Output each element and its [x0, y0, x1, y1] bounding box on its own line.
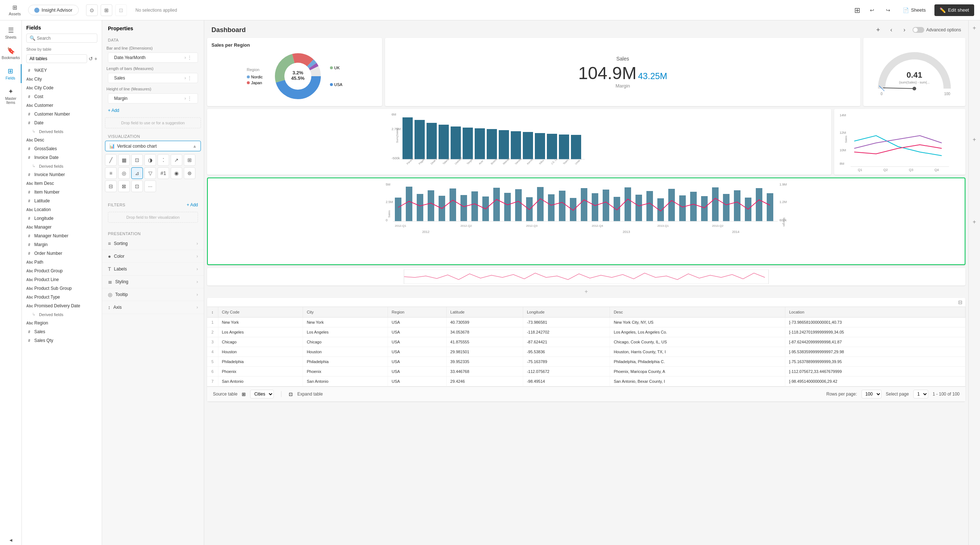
sidebar-item-master-items[interactable]: ✦ Master Items	[0, 84, 22, 108]
add-field-icon[interactable]: +	[94, 56, 97, 62]
field-item[interactable]: Abc Customer	[22, 101, 102, 110]
field-item[interactable]: # Cost	[22, 92, 102, 101]
lasso-tool-btn[interactable]: ⊞	[100, 5, 112, 16]
field-item[interactable]: # Invoice Number	[22, 170, 102, 179]
col-longitude[interactable]: Longitude	[523, 307, 610, 318]
field-item[interactable]: Abc Region	[22, 319, 102, 327]
viz-more1-btn[interactable]: ↗	[170, 154, 182, 166]
menu-icon[interactable]: ⋮	[188, 75, 192, 81]
field-item[interactable]: Abc Product Line	[22, 275, 102, 284]
derived-fields-item[interactable]: ↳ Derived fields	[22, 162, 102, 170]
sidebar-item-sheets[interactable]: ☰ Sheets	[0, 23, 22, 42]
field-item[interactable]: Abc Location	[22, 205, 102, 214]
field-item[interactable]: # Item Number	[22, 188, 102, 197]
length-bars-row[interactable]: Sales › ⋮	[108, 73, 198, 83]
field-item[interactable]: Abc City Code	[22, 84, 102, 92]
viz-treemap-btn[interactable]: ⊡	[131, 154, 143, 166]
next-sheet-btn[interactable]: ›	[899, 25, 910, 35]
sidebar-collapse-btn[interactable]: ◀	[0, 535, 22, 545]
menu-icon[interactable]: ⋮	[188, 55, 192, 60]
viz-more2-btn[interactable]: ···	[145, 180, 156, 192]
col-city-code[interactable]: City Code	[218, 307, 303, 318]
col-region[interactable]: Region	[388, 307, 447, 318]
field-item[interactable]: # Margin	[22, 240, 102, 249]
viz-waterfall-btn[interactable]: ⊡	[131, 180, 143, 192]
edit-sheet-btn[interactable]: ✏️ Edit sheet	[934, 5, 974, 16]
toggle-switch[interactable]	[913, 27, 924, 33]
rows-per-page-select[interactable]: 100	[862, 390, 881, 399]
right-add-btn[interactable]: +	[973, 25, 976, 31]
field-item[interactable]: # Longitude	[22, 214, 102, 223]
search-box[interactable]: 🔍	[26, 33, 97, 43]
col-city[interactable]: City	[303, 307, 388, 318]
pres-tooltip-item[interactable]: ◎ Tooltip ›	[102, 288, 204, 301]
viz-pivot-btn[interactable]: ⊞	[184, 154, 196, 166]
height-line-row[interactable]: Margin › ⋮	[108, 93, 198, 103]
undo-btn[interactable]: ↩	[866, 5, 878, 16]
select-page-select[interactable]: 1	[913, 390, 928, 399]
search-input[interactable]	[37, 36, 94, 41]
selection-tool-btn[interactable]: ⊙	[86, 5, 98, 16]
field-item[interactable]: Abc Desc	[22, 136, 102, 145]
viz-map-btn[interactable]: ⊠	[118, 180, 130, 192]
add-sheet-btn[interactable]: +	[873, 25, 883, 35]
derived-fields-item[interactable]: ↳ Derived fields	[22, 127, 102, 136]
viz-grid2-btn[interactable]: ⊟	[105, 180, 117, 192]
redo-btn[interactable]: ↪	[882, 5, 894, 16]
viz-table-btn[interactable]: ≡	[105, 167, 117, 179]
add-dimension-btn[interactable]: + Add	[102, 105, 204, 116]
field-item[interactable]: # Latitude	[22, 197, 102, 205]
bar-dim-row[interactable]: Date.YearMonth › ⋮	[108, 52, 198, 63]
field-item[interactable]: Abc City	[22, 75, 102, 84]
field-item[interactable]: Abc Manager	[22, 223, 102, 232]
viz-line-btn[interactable]: ╱	[105, 154, 117, 166]
sidebar-item-fields[interactable]: ⊞ Fields	[0, 64, 22, 83]
viz-bar-btn[interactable]: ▦	[118, 154, 130, 166]
pres-axis-item[interactable]: ↕ Axis ›	[102, 301, 204, 314]
right-add-btn2[interactable]: +	[973, 136, 976, 143]
field-item[interactable]: # Manager Number	[22, 232, 102, 240]
menu-icon[interactable]: ⋮	[188, 96, 192, 101]
field-item[interactable]: Abc Product Sub Group	[22, 284, 102, 293]
viz-combo-btn[interactable]: ⊿	[131, 167, 143, 179]
table-select[interactable]: All tables	[26, 54, 87, 63]
derived-fields-item[interactable]: ↳ Derived fields	[22, 310, 102, 319]
insight-advisor-tab[interactable]: Insight Advisor	[28, 5, 79, 15]
pres-color-item[interactable]: ● Color ›	[102, 250, 204, 263]
field-item[interactable]: # Sales Qty	[22, 336, 102, 345]
field-item[interactable]: Abc Item Desc	[22, 179, 102, 188]
tool3-btn[interactable]: ⊡	[115, 5, 127, 16]
field-item[interactable]: # GrossSales	[22, 145, 102, 153]
field-item[interactable]: # Customer Number	[22, 110, 102, 119]
field-item[interactable]: Abc Path	[22, 258, 102, 267]
col-desc[interactable]: Desc	[610, 307, 785, 318]
field-item[interactable]: # Invoice Date	[22, 153, 102, 162]
pres-labels-item[interactable]: T Labels ›	[102, 263, 204, 276]
refresh-icon[interactable]: ↺	[89, 56, 93, 62]
add-chart-btn[interactable]: +	[204, 286, 968, 298]
pres-sorting-item[interactable]: ≡ Sorting ›	[102, 237, 204, 250]
field-item[interactable]: # Sales	[22, 327, 102, 336]
viz-selected-row[interactable]: 📊 Vertical combo chart ▲	[105, 141, 201, 151]
grid-view-btn[interactable]: ⊞	[854, 6, 861, 14]
field-item[interactable]: # Date	[22, 119, 102, 127]
prev-sheet-btn[interactable]: ‹	[886, 25, 897, 35]
field-item[interactable]: # %KEY	[22, 66, 102, 75]
add-filter-btn[interactable]: + Add	[187, 202, 198, 207]
source-table-select[interactable]: Cities	[250, 390, 274, 399]
advanced-options-toggle[interactable]: Advanced options	[913, 27, 961, 33]
col-location[interactable]: Location	[785, 307, 966, 318]
viz-scatter-btn[interactable]: ⁚	[158, 154, 169, 166]
assets-tab[interactable]: ⊞ Assets	[6, 4, 24, 16]
field-item[interactable]: Abc Product Group	[22, 267, 102, 275]
field-item[interactable]: Abc Product Type	[22, 293, 102, 302]
viz-network-btn[interactable]: ⊛	[184, 167, 196, 179]
pres-styling-item[interactable]: ≣ Styling ›	[102, 276, 204, 288]
sidebar-item-bookmarks[interactable]: 🔖 Bookmarks	[0, 44, 22, 63]
viz-gauge-btn[interactable]: ◑	[145, 154, 156, 166]
viz-bullet-btn[interactable]: ◉	[170, 167, 182, 179]
viz-funnel-btn[interactable]: ▽	[145, 167, 156, 179]
sheets-btn[interactable]: 📄 Sheets	[898, 5, 930, 15]
viz-donut-btn[interactable]: ◎	[118, 167, 130, 179]
col-latitude[interactable]: Latitude	[447, 307, 523, 318]
